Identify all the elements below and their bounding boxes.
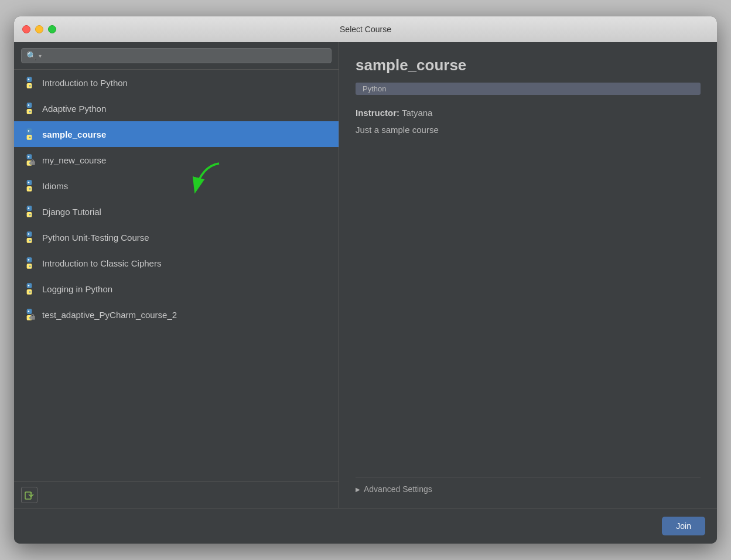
course-item[interactable]: my_new_course [14,147,339,173]
course-item-label: sample_course [42,129,106,139]
svg-point-14 [28,233,30,235]
python-icon [22,127,36,141]
course-item-label: Introduction to Python [42,78,128,88]
course-item-label: Idioms [42,181,68,191]
course-item-label: my_new_course [42,155,106,165]
course-item[interactable]: sample_course [14,121,339,147]
svg-point-18 [28,285,30,286]
course-item-label: Django Tutorial [42,207,101,217]
svg-point-12 [28,207,30,209]
search-bar: 🔍 ▾ [14,42,339,70]
python-icon [22,101,36,115]
python-icon [22,204,36,218]
svg-point-6 [28,156,30,158]
svg-point-20 [28,310,30,312]
svg-point-10 [28,182,30,183]
left-panel: 🔍 ▾ Introduction to Python Adaptive Pyth… [14,42,339,508]
window-title: Select Course [340,25,391,34]
instructor-label: Instructor: [356,108,399,118]
svg-rect-22 [30,316,35,320]
svg-point-13 [29,214,31,216]
detail-instructor: Instructor: Tatyana [356,108,701,118]
course-item[interactable]: Python Unit-Testing Course [14,224,339,250]
svg-point-0 [28,78,30,80]
import-button[interactable] [21,487,37,503]
course-item[interactable]: Introduction to Classic Ciphers [14,250,339,276]
join-button[interactable]: Join [662,517,705,535]
svg-point-17 [29,265,31,267]
detail-description: Just a sample course [356,125,701,135]
svg-point-11 [29,188,31,190]
import-icon [24,490,35,500]
svg-point-1 [29,85,31,87]
search-dropdown-arrow: ▾ [39,53,42,59]
course-item[interactable]: Adaptive Python [14,95,339,121]
detail-title: sample_course [356,56,701,74]
python-icon [22,179,36,193]
bottom-bar: Join [14,508,717,544]
minimize-button[interactable] [35,25,43,33]
svg-point-2 [28,104,30,106]
right-panel: sample_course Python Instructor: Tatyana… [339,42,717,508]
advanced-settings[interactable]: ▶ Advanced Settings [356,477,701,494]
instructor-value: Tatyana [402,108,433,118]
svg-point-19 [29,291,31,293]
maximize-button[interactable] [48,25,56,33]
python-icon [22,230,36,244]
python-icon [22,256,36,270]
svg-rect-8 [30,161,35,165]
python-icon [22,282,36,296]
left-toolbar [14,482,339,508]
course-item[interactable]: Logging in Python [14,276,339,302]
svg-point-16 [28,259,30,261]
search-input-wrapper[interactable]: 🔍 ▾ [21,48,332,63]
search-icon: 🔍 [26,51,36,60]
svg-point-5 [29,136,31,138]
course-item-label: Adaptive Python [42,104,106,114]
course-item[interactable]: test_adaptive_PyCharm_course_2 [14,302,339,327]
python-icon [22,153,36,167]
advanced-settings-label: Advanced Settings [364,484,432,494]
course-item-label: Logging in Python [42,284,112,294]
python-icon [22,308,36,322]
main-window: Select Course 🔍 ▾ Introduction to Python [14,16,717,544]
course-item[interactable]: Idioms [14,173,339,199]
svg-point-4 [28,130,30,132]
course-list: Introduction to Python Adaptive Python s… [14,70,339,482]
svg-point-3 [29,111,31,112]
main-content: 🔍 ▾ Introduction to Python Adaptive Pyth… [14,42,717,508]
course-item[interactable]: Introduction to Python [14,70,339,95]
course-item-label: test_adaptive_PyCharm_course_2 [42,310,177,320]
course-item[interactable]: Django Tutorial [14,199,339,224]
python-icon [22,76,36,90]
course-item-label: Introduction to Classic Ciphers [42,258,161,268]
advanced-settings-arrow: ▶ [356,486,360,493]
traffic-lights [22,25,56,33]
course-item-label: Python Unit-Testing Course [42,233,149,243]
detail-tag: Python [356,83,701,95]
svg-point-15 [29,240,31,241]
close-button[interactable] [22,25,30,33]
title-bar: Select Course [14,16,717,42]
